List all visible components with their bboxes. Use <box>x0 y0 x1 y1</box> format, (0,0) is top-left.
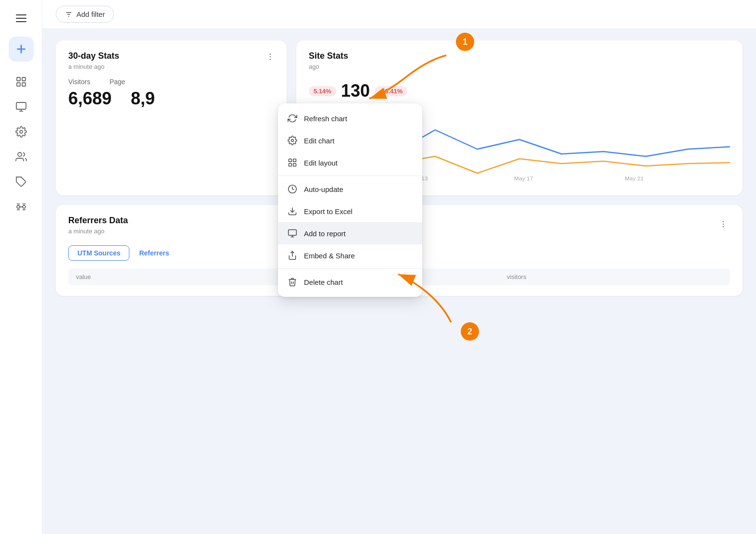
stat1-label: Visitors <box>68 78 90 86</box>
col-visitors: visitors <box>507 273 722 280</box>
context-menu: Refresh chart Edit chart Edit layout <box>278 103 422 297</box>
dots-vertical-icon <box>719 220 728 229</box>
site-stats-title: Site Stats <box>309 51 348 61</box>
sidebar <box>0 0 42 534</box>
site-stats-number: 130 <box>341 81 370 101</box>
svg-point-29 <box>723 221 724 222</box>
menu-embed-share-label: Embed & Share <box>304 252 355 260</box>
col-value: value <box>76 273 291 280</box>
menu-delete-chart-label: Delete chart <box>304 278 343 286</box>
menu-edit-layout-label: Edit layout <box>304 159 338 167</box>
svg-rect-3 <box>22 77 25 81</box>
hamburger-line <box>16 18 26 19</box>
svg-text:May 21: May 21 <box>625 176 643 181</box>
monitor-add-icon <box>288 229 297 238</box>
add-filter-button[interactable]: Add filter <box>56 6 114 23</box>
sidebar-item-integrations[interactable] <box>11 171 32 192</box>
variable-icon <box>15 201 27 213</box>
grid-icon <box>15 76 27 88</box>
annotation-1: 1 <box>456 33 474 51</box>
sidebar-item-variable[interactable] <box>11 196 32 217</box>
svg-point-31 <box>723 226 724 228</box>
svg-point-23 <box>270 56 271 58</box>
sidebar-item-monitor[interactable] <box>11 96 32 117</box>
svg-point-9 <box>20 130 23 133</box>
stat1-value: 6,689 <box>68 89 112 109</box>
referrers-subtitle: a minute ago <box>68 228 128 235</box>
svg-rect-39 <box>289 230 297 236</box>
referrers-menu-dots[interactable] <box>717 217 730 231</box>
thirty-day-stats-card: 30-day Stats a minute ago Visitors Page … <box>56 40 287 195</box>
add-filter-label: Add filter <box>76 10 105 18</box>
content-area: 30-day Stats a minute ago Visitors Page … <box>42 29 756 534</box>
menu-item-embed-share[interactable]: Embed & Share <box>278 244 422 267</box>
badge-negative: -53.41% <box>375 86 407 96</box>
topbar: Add filter <box>42 0 756 29</box>
svg-rect-35 <box>289 164 292 166</box>
tab-utm-sources[interactable]: UTM Sources <box>68 245 129 261</box>
sidebar-item-grid[interactable] <box>11 71 32 92</box>
svg-rect-4 <box>17 83 20 86</box>
annotation-1-number: 1 <box>463 37 467 47</box>
menu-item-add-report[interactable]: Add to report <box>278 222 422 244</box>
svg-point-13 <box>23 205 25 208</box>
menu-item-edit-layout[interactable]: Edit layout <box>278 152 422 174</box>
card-subtitle: a minute ago <box>68 63 274 70</box>
menu-auto-update-label: Auto-update <box>304 185 343 193</box>
annotation-2-number: 2 <box>467 327 472 337</box>
tab-referrers[interactable]: Referrers <box>137 245 171 261</box>
filter-icon <box>65 11 73 18</box>
svg-rect-33 <box>289 159 292 162</box>
layout-icon <box>288 158 297 167</box>
users-icon <box>15 151 27 163</box>
dots-vertical-icon <box>266 52 275 61</box>
sidebar-item-settings[interactable] <box>11 121 32 142</box>
svg-point-32 <box>291 140 294 142</box>
svg-text:May 17: May 17 <box>514 176 533 181</box>
settings-icon <box>15 126 27 138</box>
menu-divider <box>278 176 422 176</box>
trash-icon <box>288 277 297 287</box>
svg-rect-6 <box>16 102 26 109</box>
plus-icon <box>15 43 27 55</box>
hamburger-menu[interactable] <box>11 8 32 29</box>
site-stats-subtitle: ago <box>309 63 348 70</box>
menu-refresh-label: Refresh chart <box>304 114 347 123</box>
site-stats-header: 5.14% 130 -53.41% <box>309 81 730 101</box>
svg-point-24 <box>270 59 271 60</box>
stat2-label: Page <box>110 78 126 86</box>
svg-rect-2 <box>17 77 20 81</box>
svg-point-22 <box>270 53 271 55</box>
menu-item-edit-chart[interactable]: Edit chart <box>278 129 422 152</box>
refresh-icon <box>288 114 297 123</box>
badge-red: 5.14% <box>309 86 336 96</box>
referrers-title: Referrers Data <box>68 216 128 226</box>
add-button[interactable] <box>9 37 34 62</box>
stats-values: 6,689 8,9 <box>68 89 274 109</box>
stats-labels: Visitors Page <box>68 78 274 86</box>
clock-icon <box>288 184 297 194</box>
menu-item-auto-update[interactable]: Auto-update <box>278 178 422 200</box>
menu-edit-chart-label: Edit chart <box>304 137 334 145</box>
card-menu-dots[interactable] <box>264 50 277 64</box>
svg-point-10 <box>18 153 22 156</box>
main-content: Add filter 30-day Stats a minute ago Vis… <box>42 0 756 534</box>
menu-item-export-excel[interactable]: Export to Excel <box>278 200 422 222</box>
download-icon <box>288 206 297 216</box>
menu-item-refresh[interactable]: Refresh chart <box>278 107 422 129</box>
svg-point-12 <box>17 205 20 208</box>
sidebar-item-users[interactable] <box>11 146 32 167</box>
share-icon <box>288 251 297 260</box>
card-title: 30-day Stats <box>68 51 274 61</box>
monitor-icon <box>15 101 27 113</box>
svg-rect-5 <box>22 83 25 86</box>
svg-point-30 <box>723 224 724 225</box>
menu-divider-2 <box>278 268 422 269</box>
menu-item-delete-chart[interactable]: Delete chart <box>278 271 422 293</box>
menu-add-report-label: Add to report <box>304 229 346 238</box>
annotation-2: 2 <box>461 322 479 341</box>
gear-icon <box>288 136 297 145</box>
menu-export-excel-label: Export to Excel <box>304 207 353 216</box>
puzzle-icon <box>15 176 27 188</box>
svg-rect-34 <box>293 159 296 162</box>
